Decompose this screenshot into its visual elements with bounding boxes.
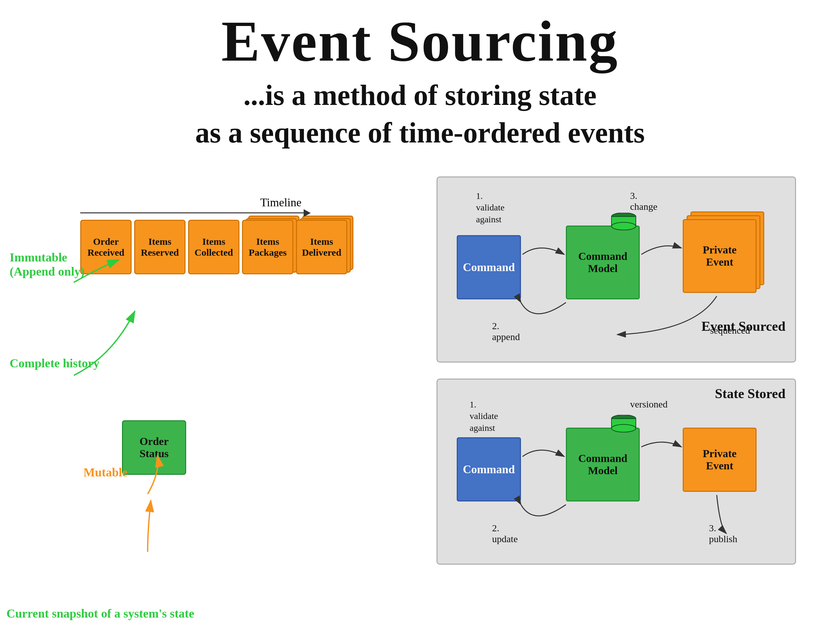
ss-command-box: Command	[457, 437, 521, 502]
es-db-icon	[611, 213, 636, 232]
event-box-items-reserved: ItemsReserved	[134, 220, 186, 274]
main-title: Event Sourcing	[0, 9, 840, 73]
svg-point-6	[611, 222, 636, 230]
subtitle-line1: ...is a method of storing state	[244, 79, 597, 111]
es-label-1: 1.validateagainst	[476, 190, 504, 225]
left-section: Timeline OrderReceived ItemsReserved Ite…	[0, 176, 417, 274]
subtitle-line2: as a sequence of time-ordered events	[195, 117, 645, 148]
event-sourced-diagram: Event Sourced 1.validateagainst 3.change…	[436, 176, 796, 363]
es-command-box: Command	[457, 235, 521, 299]
timeline-arrow	[64, 212, 417, 213]
es-label-sequenced: sequenced	[710, 325, 750, 336]
ss-private-event-box: PrivateEvent	[683, 428, 756, 492]
event-box-items-delivered: ItemsDelivered	[296, 220, 347, 274]
event-box-order-received: OrderReceived	[80, 220, 131, 274]
state-stored-title: State Stored	[715, 386, 786, 402]
annotation-mutable: Mutable	[84, 465, 127, 479]
annotation-immutable: Immutable(Append only)	[9, 250, 84, 278]
title-section: Event Sourcing ...is a method of storing…	[0, 0, 840, 151]
ss-command-model-box: CommandModel	[566, 428, 640, 502]
subtitle: ...is a method of storing state as a seq…	[0, 76, 840, 151]
es-command-model-box: CommandModel	[566, 226, 640, 299]
right-section: Event Sourced 1.validateagainst 3.change…	[417, 176, 840, 274]
event-box-items-packages: ItemsPackages	[242, 220, 293, 274]
order-status-box: OrderStatus	[122, 420, 186, 475]
event-box-items-collected: ItemsCollected	[188, 220, 240, 274]
timeline-label: Timeline	[144, 196, 417, 209]
ss-label-1: 1.validateagainst	[470, 399, 498, 434]
es-label-3: 3.change	[630, 190, 657, 212]
ss-label-3: 3.publish	[709, 523, 737, 544]
timeline-line	[80, 212, 305, 213]
svg-point-11	[611, 425, 636, 432]
events-row: OrderReceived ItemsReserved ItemsCollect…	[80, 220, 417, 274]
ss-db-icon	[611, 415, 636, 434]
state-stored-diagram: State Stored 1.validateagainst versioned…	[436, 378, 796, 565]
timeline-container: Timeline OrderReceived ItemsReserved Ite…	[64, 196, 417, 274]
ss-label-2: 2.update	[492, 523, 518, 544]
annotation-history: Complete history	[9, 356, 99, 370]
es-private-event-box: PrivateEvent	[683, 219, 756, 293]
ss-label-versioned: versioned	[630, 399, 668, 410]
annotation-snapshot: Current snapshot of a system's state	[6, 606, 194, 621]
es-label-2: 2.append	[492, 321, 520, 342]
content-area: Timeline OrderReceived ItemsReserved Ite…	[0, 176, 840, 274]
